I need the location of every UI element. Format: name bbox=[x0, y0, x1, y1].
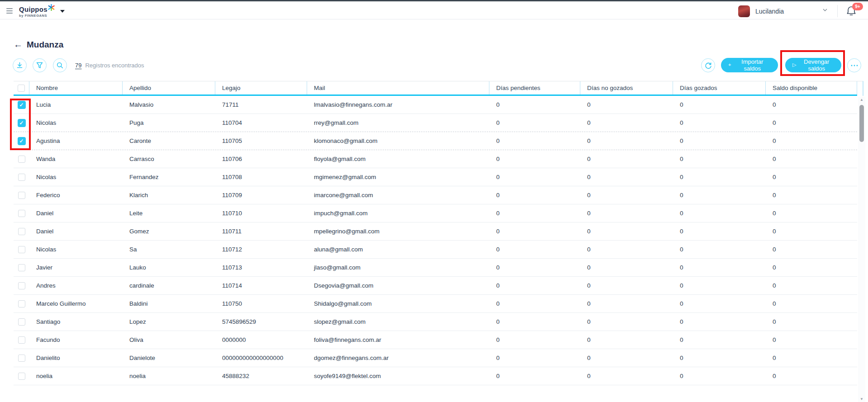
cell-dias-no-gozados: 0 bbox=[580, 313, 673, 331]
cell-nombre: Danielito bbox=[29, 349, 123, 367]
cell-legajo: 45888232 bbox=[215, 367, 307, 385]
table-header: Nombre Apellido Legajo Mail Días pendien… bbox=[14, 81, 857, 96]
table-row: WandaCarrasco110706floyola@gmall.com0000 bbox=[14, 150, 857, 168]
cell-dias-pendientes: 0 bbox=[489, 277, 580, 294]
cell-dias-no-gozados: 0 bbox=[580, 222, 673, 240]
avatar bbox=[738, 5, 750, 17]
cell-dias-no-gozados: 0 bbox=[580, 150, 673, 168]
user-chevron-down-icon[interactable] bbox=[822, 7, 828, 13]
cell-saldo-disponible: 0 bbox=[766, 277, 857, 294]
cell-dias-gozados: 0 bbox=[673, 295, 766, 312]
cell-dias-gozados: 0 bbox=[673, 222, 766, 240]
app-logo[interactable]: Quippos by FINNEGANS bbox=[19, 4, 55, 18]
cell-saldo-disponible: 0 bbox=[766, 132, 857, 150]
row-checkbox[interactable] bbox=[18, 300, 25, 307]
column-header-saldo-disponible[interactable]: Saldo disponible bbox=[766, 81, 857, 95]
notification-badge: 9+ bbox=[852, 3, 863, 10]
row-checkbox-cell bbox=[14, 367, 29, 385]
vertical-scrollbar[interactable]: ▲ ▼ bbox=[858, 97, 865, 402]
records-count[interactable]: 79 bbox=[75, 62, 81, 69]
row-checkbox[interactable] bbox=[18, 373, 25, 380]
download-button[interactable] bbox=[13, 58, 27, 72]
logo-dropdown-caret-icon[interactable] bbox=[60, 10, 65, 13]
column-header-legajo[interactable]: Legajo bbox=[215, 81, 307, 95]
cell-apellido: Lauko bbox=[123, 259, 215, 276]
row-checkbox-checked[interactable]: ✓ bbox=[18, 101, 26, 109]
cell-dias-no-gozados: 0 bbox=[580, 367, 673, 385]
column-header-dias-pendientes[interactable]: Días pendientes bbox=[489, 81, 580, 95]
row-checkbox-cell bbox=[14, 277, 29, 294]
cell-saldo-disponible: 0 bbox=[766, 150, 857, 168]
page-title: ← Mudanza bbox=[14, 39, 63, 50]
row-checkbox-cell bbox=[14, 186, 29, 204]
refresh-button[interactable] bbox=[701, 58, 715, 72]
cell-dias-gozados: 0 bbox=[673, 349, 766, 367]
devengar-saldos-button[interactable]: ▷ Devengar saldos bbox=[785, 58, 841, 72]
row-checkbox[interactable] bbox=[18, 264, 25, 271]
row-checkbox[interactable] bbox=[18, 336, 25, 344]
row-checkbox[interactable] bbox=[18, 355, 25, 362]
importar-saldos-button[interactable]: + Importar saldos bbox=[721, 58, 778, 72]
table-row: ✓NicolasPuga110704rrey@gmall.com0000 bbox=[14, 114, 857, 132]
column-header-apellido[interactable]: Apellido bbox=[123, 81, 215, 95]
column-header-nombre[interactable]: Nombre bbox=[29, 81, 123, 95]
row-checkbox[interactable] bbox=[18, 192, 25, 199]
cell-apellido: Baldini bbox=[123, 295, 215, 312]
column-header-mail[interactable]: Mail bbox=[307, 81, 489, 95]
user-menu[interactable]: Lucilandia bbox=[738, 5, 784, 17]
row-checkbox-checked[interactable]: ✓ bbox=[18, 119, 26, 127]
cell-dias-gozados: 0 bbox=[673, 331, 766, 349]
row-checkbox[interactable] bbox=[18, 156, 25, 163]
cell-apellido: Fernandez bbox=[123, 168, 215, 186]
column-header-dias-gozados[interactable]: Días gozados bbox=[673, 81, 766, 95]
cell-mail: mpellegrino@gmall.com bbox=[307, 222, 489, 240]
cell-apellido: Sa bbox=[123, 241, 215, 258]
scrollbar-up-arrow-icon[interactable]: ▲ bbox=[858, 98, 865, 102]
row-checkbox[interactable] bbox=[18, 282, 25, 289]
cell-nombre: Nicolas bbox=[29, 114, 123, 132]
ellipsis-icon bbox=[851, 65, 858, 66]
table-row: JavierLauko110713jlaso@gmall.com0000 bbox=[14, 259, 857, 277]
table-row: FacundoOliva0000000foliva@finnegans.com.… bbox=[14, 331, 857, 349]
table-row: DanielGomez110711mpellegrino@gmall.com00… bbox=[14, 222, 857, 241]
search-button[interactable] bbox=[53, 58, 67, 72]
page-title-text: Mudanza bbox=[27, 40, 63, 50]
cell-dias-gozados: 0 bbox=[673, 241, 766, 258]
filter-button[interactable] bbox=[33, 58, 47, 72]
row-checkbox[interactable] bbox=[18, 210, 25, 217]
cell-dias-gozados: 0 bbox=[673, 168, 766, 186]
cell-mail: impuch@gmall.com bbox=[307, 204, 489, 222]
cell-dias-pendientes: 0 bbox=[489, 204, 580, 222]
cell-saldo-disponible: 0 bbox=[766, 313, 857, 331]
cell-legajo: 110711 bbox=[215, 222, 307, 240]
hamburger-menu-icon[interactable] bbox=[6, 8, 13, 14]
scrollbar-down-arrow-icon[interactable]: ▼ bbox=[858, 397, 865, 401]
row-checkbox[interactable] bbox=[18, 174, 25, 181]
more-options-button[interactable] bbox=[847, 58, 861, 72]
cell-dias-pendientes: 0 bbox=[489, 241, 580, 258]
table-row: SantiagoLopez5745896529slopez@gmail.com0… bbox=[14, 313, 857, 331]
cell-dias-gozados: 0 bbox=[673, 96, 766, 114]
row-checkbox-checked[interactable]: ✓ bbox=[18, 137, 26, 145]
cell-legajo: 5745896529 bbox=[215, 313, 307, 331]
logo-star-icon bbox=[48, 4, 55, 13]
cell-dias-no-gozados: 0 bbox=[580, 96, 673, 114]
cell-dias-no-gozados: 0 bbox=[580, 241, 673, 258]
cell-dias-no-gozados: 0 bbox=[580, 204, 673, 222]
cell-dias-pendientes: 0 bbox=[489, 114, 580, 132]
row-checkbox[interactable] bbox=[18, 318, 25, 326]
back-arrow-icon[interactable]: ← bbox=[14, 39, 23, 50]
row-checkbox[interactable] bbox=[18, 228, 25, 235]
cell-legajo: 110712 bbox=[215, 241, 307, 258]
cell-dias-pendientes: 0 bbox=[489, 349, 580, 367]
table-row: Andrescardinale110714Dsegovia@gmall.com0… bbox=[14, 277, 857, 295]
cell-dias-gozados: 0 bbox=[673, 114, 766, 132]
cell-dias-gozados: 0 bbox=[673, 313, 766, 331]
row-checkbox[interactable] bbox=[18, 246, 25, 253]
column-header-dias-no-gozados[interactable]: Días no gozados bbox=[580, 81, 673, 95]
scrollbar-thumb[interactable] bbox=[859, 105, 864, 142]
cell-dias-gozados: 0 bbox=[673, 277, 766, 294]
select-all-checkbox[interactable] bbox=[18, 85, 25, 92]
cell-apellido: cardinale bbox=[123, 277, 215, 294]
cell-dias-pendientes: 0 bbox=[489, 168, 580, 186]
